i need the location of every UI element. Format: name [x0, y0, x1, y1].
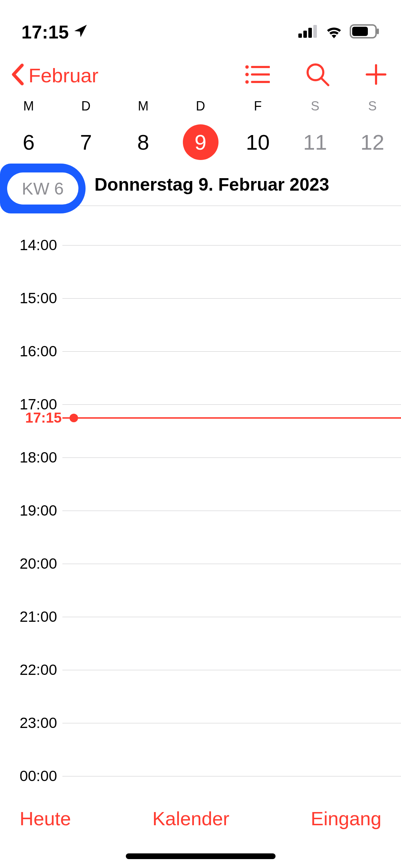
- now-dash: [62, 417, 70, 419]
- cellular-icon: [298, 25, 318, 39]
- svg-rect-5: [352, 27, 368, 36]
- hour-line: [62, 458, 401, 458]
- svg-point-11: [245, 80, 249, 84]
- hour-label: 19:00: [0, 502, 62, 519]
- plus-icon[interactable]: [365, 64, 387, 87]
- hour-label: 15:00: [0, 290, 62, 307]
- list-icon[interactable]: [245, 64, 270, 86]
- now-dot-icon: [70, 414, 78, 422]
- weekday-header: F: [229, 99, 287, 114]
- hour-line: [62, 723, 401, 723]
- hour-row: 20:00: [0, 555, 401, 572]
- timeline[interactable]: 14:0015:0016:0017:0018:0019:0020:0021:00…: [0, 206, 401, 812]
- day-cell[interactable]: 11: [287, 124, 344, 160]
- status-right: [298, 24, 380, 40]
- hour-line: [62, 404, 401, 405]
- current-time-label: 17:15: [0, 410, 62, 426]
- hour-line: [62, 670, 401, 670]
- search-icon[interactable]: [305, 62, 330, 88]
- day-cell[interactable]: 7: [57, 124, 115, 160]
- home-indicator[interactable]: [126, 853, 276, 859]
- hour-label: 21:00: [0, 608, 62, 625]
- day-cell[interactable]: 6: [0, 124, 57, 160]
- hour-row: 00:00: [0, 768, 401, 785]
- hour-line: [62, 617, 401, 617]
- day-number: 6: [11, 124, 46, 160]
- day-number: 7: [68, 124, 104, 160]
- hour-line: [62, 298, 401, 299]
- hour-label: 22:00: [0, 661, 62, 678]
- svg-point-9: [245, 73, 249, 76]
- hour-line: [62, 511, 401, 511]
- hour-label: 23:00: [0, 714, 62, 732]
- date-header: KW 6 Donnerstag 9. Februar 2023: [0, 167, 401, 206]
- today-button[interactable]: Heute: [20, 807, 71, 830]
- weekday-header-row: M D M D F S S: [0, 99, 401, 114]
- svg-rect-0: [298, 33, 302, 38]
- day-number: 11: [297, 124, 333, 160]
- svg-point-7: [245, 65, 249, 69]
- status-left: 17:15: [21, 21, 88, 43]
- hour-row: 22:00: [0, 661, 401, 678]
- weekday-header: D: [57, 99, 115, 114]
- hour-label: 00:00: [0, 768, 62, 785]
- weekday-header: S: [344, 99, 401, 114]
- hour-line: [62, 776, 401, 776]
- weekday-header: M: [114, 99, 172, 114]
- svg-line-14: [321, 78, 328, 85]
- hour-row: 18:00: [0, 449, 401, 466]
- back-button[interactable]: Februar: [11, 63, 98, 87]
- day-cell[interactable]: 12: [344, 124, 401, 160]
- svg-rect-3: [313, 25, 317, 38]
- wifi-icon: [325, 24, 343, 40]
- back-label: Februar: [29, 64, 98, 87]
- calendars-button[interactable]: Kalender: [152, 807, 229, 830]
- day-cell[interactable]: 8: [114, 124, 172, 160]
- location-icon: [73, 21, 88, 43]
- hour-label: 14:00: [0, 237, 62, 254]
- day-number: 9: [183, 124, 219, 160]
- full-date-label: Donnerstag 9. Februar 2023: [94, 174, 401, 195]
- weekday-header: M: [0, 99, 57, 114]
- weekday-header: D: [172, 99, 229, 114]
- day-number: 8: [125, 124, 161, 160]
- svg-rect-6: [377, 29, 379, 34]
- week-number-badge: KW 6: [7, 172, 78, 205]
- status-bar: 17:15: [0, 0, 401, 50]
- hour-row: 16:00: [0, 343, 401, 360]
- hour-line: [62, 351, 401, 352]
- day-number-row: 6 7 8 9 10 11 12: [0, 114, 401, 167]
- hour-label: 18:00: [0, 449, 62, 466]
- day-number: 12: [355, 124, 390, 160]
- hour-row: 21:00: [0, 608, 401, 625]
- battery-icon: [350, 24, 380, 40]
- day-cell-selected[interactable]: 9: [172, 124, 229, 160]
- current-time-indicator: 17:15: [0, 410, 401, 426]
- hour-label: 20:00: [0, 555, 62, 572]
- header: Februar: [0, 50, 401, 99]
- day-cell[interactable]: 10: [229, 124, 287, 160]
- hour-row: 14:00: [0, 237, 401, 254]
- svg-rect-1: [303, 31, 307, 38]
- hour-row: 15:00: [0, 290, 401, 307]
- weekday-header: S: [287, 99, 344, 114]
- hour-row: 23:00: [0, 714, 401, 732]
- hour-line: [62, 564, 401, 564]
- hour-line: [62, 245, 401, 246]
- hour-row: 19:00: [0, 502, 401, 519]
- inbox-button[interactable]: Eingang: [311, 807, 381, 830]
- now-line: [78, 417, 401, 419]
- chevron-left-icon: [11, 63, 25, 87]
- header-actions: [245, 62, 387, 88]
- hour-label: 16:00: [0, 343, 62, 360]
- status-time: 17:15: [21, 21, 69, 43]
- svg-rect-2: [308, 28, 312, 38]
- day-number: 10: [240, 124, 276, 160]
